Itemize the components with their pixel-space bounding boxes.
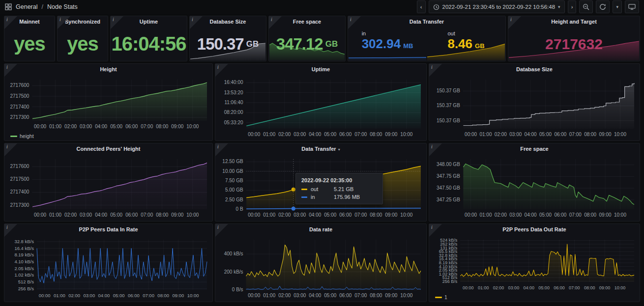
breadcrumb-section[interactable]: General (16, 3, 37, 10)
stat-value: yes (4, 27, 55, 61)
y-axis-label: 05:33:20 (224, 120, 243, 125)
panel-info-icon[interactable]: i (111, 16, 123, 29)
panel-free-space-chart: i Free space 00:0001:0002:0003:0004:0005… (429, 143, 640, 222)
x-axis-label: 09:00 (599, 132, 612, 137)
panel-mainnet: i Mainnet yes (4, 16, 55, 61)
panel-info-icon[interactable]: i (508, 16, 521, 29)
x-axis-label: 01:00 (479, 212, 492, 218)
y-axis-label: 2717500 (10, 93, 29, 99)
y-axis-label: 2717500 (10, 176, 29, 182)
panel-data-rate-chart: i Data rate 00:0001:0002:0003:0004:0005:… (215, 223, 427, 302)
panel-title[interactable]: Connected Peers' Height (4, 143, 212, 154)
panel-info-icon[interactable]: i (215, 143, 228, 156)
legend-item[interactable]: height (10, 133, 34, 139)
panel-info-icon[interactable]: i (429, 64, 442, 77)
stat-value: yes (58, 27, 108, 61)
breadcrumb[interactable]: General / Node Stats (5, 3, 78, 10)
uptime-chart[interactable]: 00:0001:0002:0003:0004:0005:0006:0007:00… (216, 75, 426, 139)
panel-title[interactable]: Data Transfer▾ (215, 143, 426, 154)
panel-info-icon[interactable]: i (215, 224, 228, 237)
y-axis-label: 13:53:20 (224, 90, 243, 95)
time-range-button[interactable]: 2022-09-21 23:30:45 to 2022-09-22 10:56:… (429, 0, 565, 13)
panel-peers-height-chart: i Connected Peers' Height 00:0001:0002:0… (4, 143, 213, 222)
y-axis-label: 150.37 GB (437, 103, 460, 108)
x-axis-label: 00:00 (248, 212, 260, 218)
time-back-button[interactable]: ‹ (417, 0, 426, 13)
panel-title[interactable]: P2P Peers Data Out Rate (429, 224, 640, 235)
panel-title[interactable]: Uptime (215, 64, 426, 75)
breadcrumb-page[interactable]: Node Stats (47, 3, 78, 10)
x-axis-label: 03:00 (293, 132, 306, 137)
height-chart[interactable]: 00:0001:0002:0003:0004:0005:0006:0007:00… (5, 75, 212, 132)
free-space-chart[interactable]: 00:0001:0002:0003:0004:0005:0006:0007:00… (430, 154, 639, 220)
panel-info-icon[interactable]: i (4, 143, 17, 156)
panel-info-icon[interactable]: i (348, 16, 361, 29)
x-axis-label: 00:00 (34, 212, 46, 218)
y-axis-label: 348.00 GB (437, 162, 460, 167)
x-axis-label: 03:00 (509, 212, 522, 218)
peers-height-chart[interactable]: 00:0001:0002:0003:0004:0005:0006:0007:00… (5, 154, 212, 220)
zoom-out-button[interactable] (579, 0, 593, 13)
chevron-left-icon: ‹ (420, 4, 422, 10)
x-axis-label: 06:00 (125, 212, 138, 218)
panel-info-icon[interactable]: i (429, 224, 442, 237)
clock-icon (433, 4, 439, 10)
y-axis-label: 2717400 (10, 104, 29, 110)
panel-title[interactable]: Height and Target (508, 16, 640, 27)
time-forward-button[interactable]: › (568, 0, 577, 13)
panel-title[interactable]: Database Size (429, 64, 640, 75)
legend-item[interactable]: 1 (435, 294, 447, 300)
panel-title[interactable]: Free space (429, 143, 640, 154)
y-axis-label: 2717600 (10, 83, 29, 88)
database-size-chart[interactable]: 00:0001:0002:0003:0004:0005:0006:0007:00… (430, 75, 639, 139)
panel-info-icon[interactable]: i (4, 64, 17, 77)
p2p-data-in-rate-chart[interactable]: 00:0001:0002:0003:0004:0005:0006:0007:00… (5, 235, 212, 301)
refresh-interval-button[interactable]: ▾ (613, 0, 622, 13)
panel-info-icon[interactable]: i (429, 143, 442, 156)
y-axis-label: 1.02 kB/s (14, 272, 34, 278)
panel-info-icon[interactable]: i (190, 16, 203, 29)
panel-info-icon[interactable]: i (269, 16, 282, 29)
legend-swatch (435, 297, 442, 298)
refresh-button[interactable] (596, 0, 610, 13)
dashboards-grid-icon (5, 3, 12, 10)
p2p-data-out-rate-chart[interactable]: 00:0001:0002:0003:0004:0005:0006:0007:00… (430, 235, 639, 293)
x-axis-label: 10:00 (187, 293, 199, 298)
x-axis-label: 01:00 (263, 132, 275, 137)
stat-in: in 302.94MB (348, 27, 427, 61)
y-axis-label: 2.50 GB (225, 197, 243, 202)
x-axis-label: 03:00 (509, 132, 522, 137)
panel-title[interactable]: Data Transfer (348, 16, 505, 27)
stat-label: out (447, 30, 455, 36)
monitor-icon (628, 3, 636, 10)
panel-info-icon[interactable]: i (4, 224, 17, 237)
x-axis-label: 06:00 (554, 285, 565, 290)
panel-info-icon[interactable]: i (215, 64, 228, 77)
y-axis-label: 524 kB/s (440, 238, 458, 243)
x-axis-label: 05:00 (324, 293, 336, 298)
panel-title[interactable]: P2P Peers Data In Rate (4, 224, 212, 235)
y-axis-label: 10.00 GB (222, 168, 243, 174)
x-axis-label: 04:00 (95, 124, 107, 129)
x-axis-label: 00:00 (248, 293, 260, 298)
y-axis-label: 150.37 GB (437, 88, 460, 93)
x-axis-label: 03:00 (293, 212, 306, 218)
x-axis-label: 08:00 (370, 293, 382, 298)
x-axis-label: 01:00 (263, 212, 275, 218)
panel-info-icon[interactable]: i (4, 16, 17, 29)
x-axis-label: 02:00 (278, 212, 291, 218)
panel-menu-caret-icon[interactable]: ▾ (338, 147, 340, 152)
panel-title[interactable]: Height (4, 64, 212, 75)
stat-unit: GB (325, 39, 338, 49)
kiosk-mode-button[interactable] (625, 0, 639, 13)
panel-title[interactable]: Data rate (215, 224, 426, 235)
panel-info-icon[interactable]: i (58, 16, 70, 29)
x-axis-label: 07:00 (354, 132, 367, 137)
stat-value: 347.12 GB (269, 27, 345, 61)
x-axis-label: 08:00 (370, 132, 382, 137)
x-axis-label: 00:00 (465, 132, 477, 137)
x-axis-label: 01:00 (49, 212, 61, 218)
data-rate-chart[interactable]: 00:0001:0002:0003:0004:0005:0006:0007:00… (216, 235, 426, 301)
x-axis-label: 02:00 (278, 293, 291, 298)
x-axis-label: 00:00 (465, 212, 477, 218)
